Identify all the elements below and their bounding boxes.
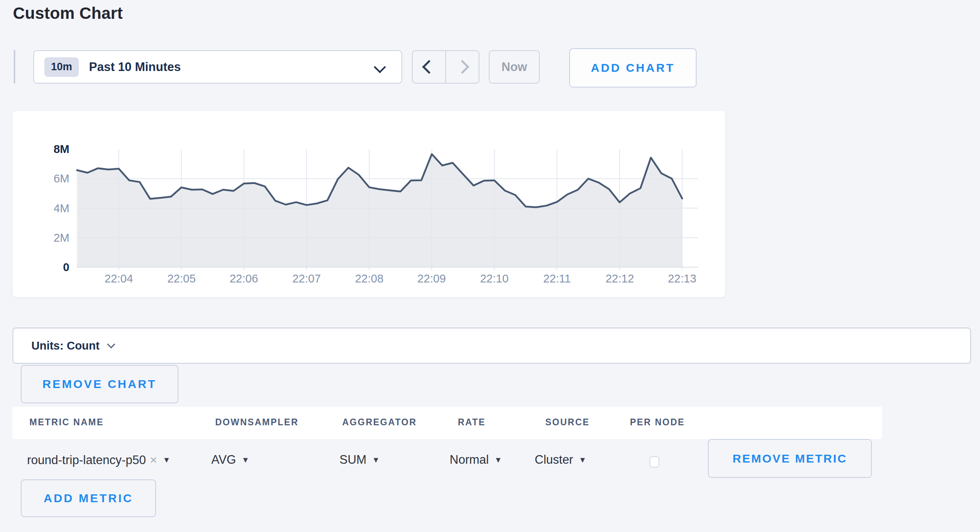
now-button[interactable]: Now [489, 50, 540, 84]
col-header-rate: RATE [458, 417, 486, 428]
metrics-table-header: METRIC NAME DOWNSAMPLER AGGREGATOR RATE … [13, 407, 882, 439]
x-axis-tick: 22:08 [342, 272, 397, 285]
add-metric-button[interactable]: ADD METRIC [21, 479, 156, 517]
caret-down-icon: ▼ [163, 455, 171, 465]
per-node-checkbox[interactable] [650, 456, 659, 468]
col-header-downsampler: DOWNSAMPLER [215, 417, 299, 428]
add-chart-button[interactable]: ADD CHART [569, 48, 697, 87]
timeseries-chart[interactable] [13, 111, 725, 297]
aggregator-value: SUM [339, 453, 367, 467]
y-axis-tick: 4M [26, 202, 69, 215]
caret-down-icon: ▼ [579, 455, 586, 465]
chevron-left-icon [422, 60, 436, 74]
units-dropdown[interactable]: Units: Count [13, 328, 971, 364]
x-axis-tick: 22:05 [154, 272, 209, 285]
clear-metric-icon[interactable]: × [150, 453, 157, 467]
x-axis-tick: 22:12 [592, 272, 647, 285]
remove-chart-button[interactable]: REMOVE CHART [21, 365, 178, 403]
x-axis-tick: 22:07 [279, 272, 334, 285]
x-axis-tick: 22:04 [91, 272, 146, 285]
col-header-metric-name: METRIC NAME [29, 417, 104, 428]
y-axis-tick: 0 [26, 261, 69, 273]
col-header-per-node: PER NODE [630, 417, 685, 428]
source-value: Cluster [535, 453, 573, 467]
metric-name-select[interactable]: round-trip-latency-p50 × ▼ [27, 453, 171, 467]
caret-down-icon: ▼ [372, 455, 380, 465]
time-range-dropdown[interactable]: 10m Past 10 Minutes [33, 50, 402, 84]
time-range-badge: 10m [44, 57, 79, 77]
x-axis-tick: 22:13 [655, 272, 710, 285]
caret-down-icon: ▼ [494, 455, 502, 465]
time-range-label: Past 10 Minutes [89, 60, 181, 74]
x-axis-tick: 22:09 [404, 272, 459, 285]
chevron-right-icon [456, 60, 469, 74]
rate-value: Normal [450, 453, 489, 467]
col-header-source: SOURCE [545, 417, 590, 428]
downsampler-value: AVG [211, 453, 236, 467]
rate-select[interactable]: Normal ▼ [450, 453, 502, 467]
units-label: Units: Count [31, 339, 100, 352]
prev-time-button[interactable] [413, 51, 446, 83]
chevron-down-icon [374, 61, 386, 73]
chevron-down-icon [107, 340, 115, 348]
downsampler-select[interactable]: AVG ▼ [211, 453, 249, 467]
x-axis-tick: 22:06 [216, 272, 271, 285]
aggregator-select[interactable]: SUM ▼ [339, 453, 380, 467]
page-title: Custom Chart [13, 4, 123, 23]
remove-metric-button[interactable]: REMOVE METRIC [708, 439, 872, 478]
time-pager [412, 50, 479, 84]
y-axis-tick: 8M [26, 143, 69, 155]
source-select[interactable]: Cluster ▼ [535, 453, 586, 467]
divider [14, 50, 15, 84]
y-axis-tick: 2M [26, 231, 69, 244]
col-header-aggregator: AGGREGATOR [342, 417, 417, 428]
y-axis-tick: 6M [26, 172, 69, 185]
chart-card: 8M 6M 4M 2M 0 22:04 22:05 22:06 22:07 22… [13, 111, 725, 297]
next-time-button[interactable] [446, 51, 479, 83]
x-axis-tick: 22:10 [467, 272, 522, 285]
metric-name-value: round-trip-latency-p50 [27, 453, 146, 467]
custom-chart-page: Custom Chart 10m Past 10 Minutes Now ADD… [0, 0, 980, 532]
caret-down-icon: ▼ [241, 455, 249, 465]
x-axis-tick: 22:11 [530, 272, 584, 285]
